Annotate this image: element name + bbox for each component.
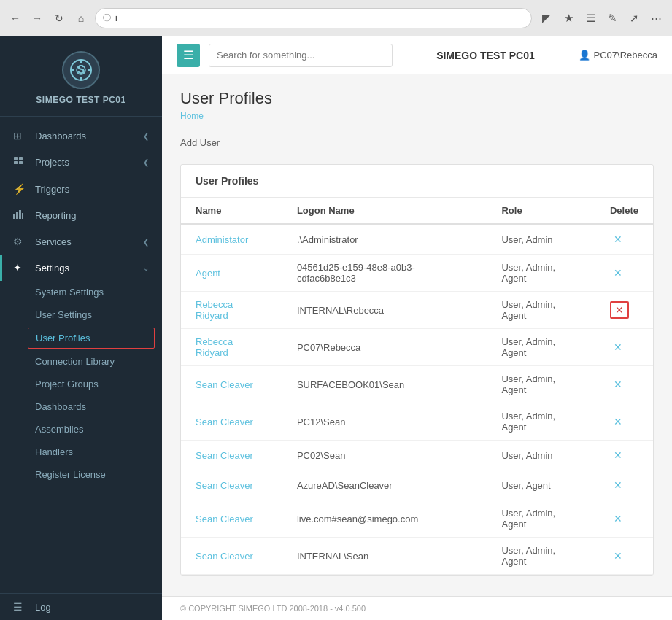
top-bar-title: SIMEGO TEST PC01 [401,50,569,61]
settings-icon: ✦ [13,262,28,274]
sidebar-item-log[interactable]: ☰ Log [0,594,162,620]
subnav-label-project-groups: Project Groups [35,379,99,390]
cell-delete: ✕ [595,329,653,366]
back-button[interactable]: ← [7,10,23,26]
subnav-register-license[interactable]: Register License [0,463,162,486]
cell-logon: 04561d25-e159-48e8-a0b3-cdfac6b8e1c3 [282,255,487,292]
delete-button[interactable]: ✕ [610,414,626,429]
search-input[interactable] [209,44,393,67]
sidebar-label-dashboards: Dashboards [35,131,143,142]
subnav-system-settings[interactable]: System Settings [0,281,162,303]
home-button[interactable]: ⌂ [73,10,89,26]
subnav-label-system-settings: System Settings [35,287,104,298]
cell-name[interactable]: Sean Cleaver [181,366,282,403]
subnav-user-profiles[interactable]: User Profiles [28,328,155,349]
cell-logon: PC02\Sean [282,441,487,470]
refresh-button[interactable]: ↻ [51,10,67,26]
breadcrumb-home-link[interactable]: Home [180,111,204,121]
delete-button[interactable]: ✕ [610,266,626,280]
cell-name[interactable]: Agent [181,255,282,292]
sidebar-item-dashboards[interactable]: ⊞ Dashboards ❮ [0,123,162,149]
subnav-user-settings[interactable]: User Settings [0,303,162,326]
subnav-label-dashboards: Dashboards [35,401,86,412]
subnav-assemblies[interactable]: Assemblies [0,418,162,441]
col-header-role: Role [487,198,595,224]
cell-role: User, Admin, Agent [487,538,595,575]
more-icon[interactable]: ⋯ [647,9,665,27]
subnav-dashboards[interactable]: Dashboards [0,395,162,418]
table-row: Sean CleaverPC02\SeanUser, Admin✕ [181,441,653,470]
sidebar-logo: S SIMEGO TEST PC01 [0,36,162,117]
pen-icon[interactable]: ✎ [603,9,621,27]
cell-logon: AzureAD\SeanCleaver [282,470,487,500]
sidebar-item-projects[interactable]: Projects ❮ [0,149,162,176]
delete-button[interactable]: ✕ [610,301,629,319]
subnav-project-groups[interactable]: Project Groups [0,373,162,395]
sidebar-item-services[interactable]: ⚙ Services ❮ [0,228,162,255]
cell-logon: PC12\Sean [282,403,487,441]
cell-name[interactable]: Sean Cleaver [181,403,282,441]
delete-button[interactable]: ✕ [610,232,626,247]
table-row: Sean CleaverSURFACEBOOK01\SeanUser, Admi… [181,366,653,403]
copyright-text: © COPYRIGHT SIMEGO LTD 2008-2018 - v4.0.… [180,604,366,613]
delete-button[interactable]: ✕ [610,448,626,462]
delete-button[interactable]: ✕ [610,377,626,392]
subnav-connection-library[interactable]: Connection Library [0,350,162,373]
user-profiles-table: Name Logon Name Role Delete Administator… [181,198,653,575]
settings-arrow-icon: ⌄ [143,264,149,272]
sidebar-bottom: ☰ Log [0,593,162,620]
cell-role: User, Admin [487,441,595,470]
cell-name[interactable]: Rebecca Ridyard [181,329,282,366]
delete-button[interactable]: ✕ [610,340,626,354]
table-row: Sean CleaverAzureAD\SeanCleaverUser, Age… [181,470,653,500]
subnav-label-connection-library: Connection Library [35,356,115,367]
reader-icon[interactable]: ◤ [538,9,555,27]
cell-delete: ✕ [595,224,653,255]
svg-rect-12 [16,212,18,219]
delete-button[interactable]: ✕ [610,511,626,526]
browser-chrome: ← → ↻ ⌂ ⓘ i ◤ ★ ☰ ✎ ➚ ⋯ [0,0,672,36]
sidebar-item-triggers[interactable]: ⚡ Triggers [0,176,162,202]
triggers-icon: ⚡ [13,183,28,195]
forward-button[interactable]: → [29,10,45,26]
cell-logon: .\Administrator [282,224,487,255]
cell-name[interactable]: Sean Cleaver [181,538,282,575]
menu-toggle-button[interactable]: ☰ [177,44,200,67]
favorites-icon[interactable]: ☰ [582,9,599,27]
svg-rect-13 [19,210,21,219]
cell-delete: ✕ [595,441,653,470]
subnav-label-handlers: Handlers [35,446,73,457]
cell-name[interactable]: Sean Cleaver [181,500,282,538]
svg-rect-9 [14,161,18,164]
top-bar-user: 👤 PC07\Rebecca [579,50,657,61]
add-user-button[interactable]: Add User [180,133,220,152]
share-icon[interactable]: ➚ [625,9,643,27]
dashboards-arrow-icon: ❮ [143,132,149,140]
log-icon: ☰ [13,601,28,613]
col-header-logon: Logon Name [282,198,487,224]
subnav-handlers[interactable]: Handlers [0,441,162,463]
table-row: Sean CleaverPC12\SeanUser, Admin, Agent✕ [181,403,653,441]
svg-rect-10 [19,161,23,164]
table-row: Sean CleaverINTERNAL\SeanUser, Admin, Ag… [181,538,653,575]
cell-name[interactable]: Sean Cleaver [181,441,282,470]
delete-button[interactable]: ✕ [610,549,626,563]
sidebar-label-settings: Settings [35,263,143,274]
user-label: PC07\Rebecca [594,50,657,61]
cell-name[interactable]: Sean Cleaver [181,470,282,500]
sidebar-label-reporting: Reporting [35,210,149,221]
sidebar-item-settings[interactable]: ✦ Settings ⌄ [0,255,162,281]
cell-logon: INTERNAL\Sean [282,538,487,575]
cell-name[interactable]: Administator [181,224,282,255]
user-icon: 👤 [579,50,590,61]
cell-name[interactable]: Rebecca Ridyard [181,292,282,329]
subnav-label-user-settings: User Settings [35,309,92,320]
svg-rect-8 [19,157,23,160]
delete-button[interactable]: ✕ [610,478,626,492]
info-icon: ⓘ [103,12,111,23]
bookmark-icon[interactable]: ★ [560,9,577,27]
address-bar[interactable]: ⓘ i [95,8,532,28]
projects-icon [13,156,28,168]
sidebar-item-reporting[interactable]: Reporting [0,202,162,228]
svg-rect-11 [13,214,15,219]
